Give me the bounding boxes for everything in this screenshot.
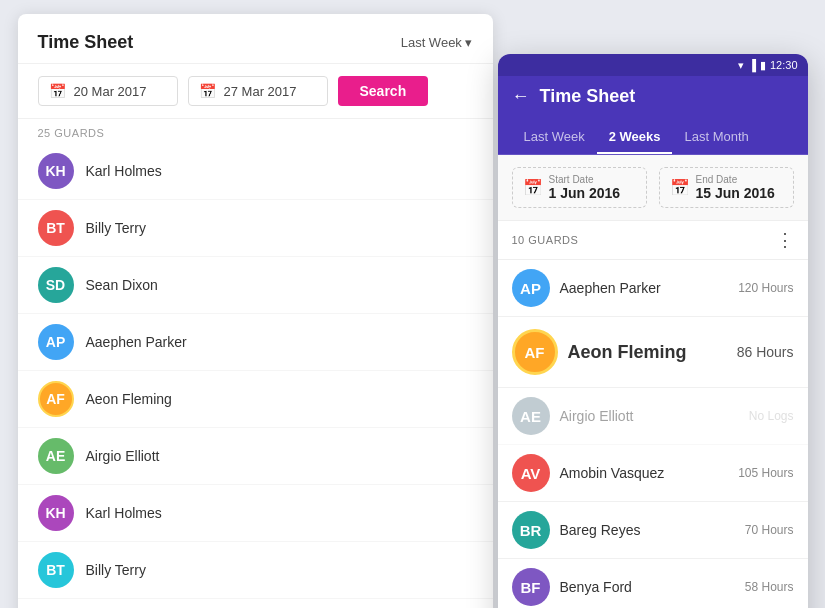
back-button[interactable]: ← bbox=[512, 86, 530, 107]
mobile-tab-last-month[interactable]: Last Month bbox=[672, 121, 760, 154]
mobile-avatar: BR bbox=[512, 511, 550, 549]
mobile-guard-hours: 86 Hours bbox=[737, 344, 794, 360]
mobile-guard-item[interactable]: BR Bareg Reyes 70 Hours bbox=[498, 502, 808, 559]
mobile-tab-2-weeks[interactable]: 2 Weeks bbox=[597, 121, 673, 154]
mobile-avatar: AV bbox=[512, 454, 550, 492]
mobile-card: ▾ ▐ ▮ 12:30 ← Time Sheet Last Week2 Week… bbox=[498, 54, 808, 608]
avatar: AF bbox=[38, 381, 74, 417]
guard-list: KH Karl Holmes BT Billy Terry SD Sean Di… bbox=[18, 143, 493, 608]
signal-icon: ▐ bbox=[748, 59, 756, 71]
avatar: KH bbox=[38, 153, 74, 189]
mobile-avatar: AF bbox=[512, 329, 558, 375]
start-date-label: Start Date bbox=[549, 174, 621, 185]
mobile-tab-last-week[interactable]: Last Week bbox=[512, 121, 597, 154]
desktop-card: Time Sheet Last Week ▾ 📅 20 Mar 2017 📅 2… bbox=[18, 14, 493, 608]
guard-item[interactable]: SD Sean Dixon bbox=[18, 257, 493, 314]
wifi-icon: ▾ bbox=[738, 59, 744, 72]
period-dropdown[interactable]: Last Week ▾ bbox=[401, 35, 473, 50]
calendar-to-icon: 📅 bbox=[199, 83, 216, 99]
mobile-guard-hours: 105 Hours bbox=[738, 466, 793, 480]
battery-icon: ▮ bbox=[760, 59, 766, 72]
guard-name: Aaephen Parker bbox=[86, 334, 187, 350]
mobile-guards-header: 10 GUARDS ⋮ bbox=[498, 221, 808, 260]
date-to-value: 27 Mar 2017 bbox=[224, 84, 297, 99]
guard-item[interactable]: KH Karl Holmes bbox=[18, 143, 493, 200]
mobile-tabs: Last Week2 WeeksLast Month bbox=[498, 121, 808, 155]
time-display: 12:30 bbox=[770, 59, 798, 71]
guard-name: Airgio Elliott bbox=[86, 448, 160, 464]
mobile-guard-name: Aaephen Parker bbox=[560, 280, 729, 296]
avatar: AP bbox=[38, 324, 74, 360]
guard-name: Karl Holmes bbox=[86, 505, 162, 521]
search-button[interactable]: Search bbox=[338, 76, 429, 106]
end-date-value: 15 Jun 2016 bbox=[696, 185, 775, 201]
mobile-guard-hours: 120 Hours bbox=[738, 281, 793, 295]
mobile-guard-item[interactable]: BF Benya Ford 58 Hours bbox=[498, 559, 808, 608]
avatar: BT bbox=[38, 552, 74, 588]
end-date-calendar-icon: 📅 bbox=[670, 178, 690, 197]
date-from-input[interactable]: 📅 20 Mar 2017 bbox=[38, 76, 178, 106]
end-date-label: End Date bbox=[696, 174, 775, 185]
mobile-guard-item[interactable]: AE Airgio Elliott No Logs bbox=[498, 388, 808, 445]
more-options-button[interactable]: ⋮ bbox=[776, 229, 794, 251]
date-from-value: 20 Mar 2017 bbox=[74, 84, 147, 99]
guard-item[interactable]: KH Karl Holmes bbox=[18, 485, 493, 542]
mobile-guard-name: Aeon Fleming bbox=[568, 342, 727, 363]
mobile-avatar: AE bbox=[512, 397, 550, 435]
guard-item[interactable]: BT Billy Terry bbox=[18, 542, 493, 599]
guard-item[interactable]: AP Aaephen Parker bbox=[18, 314, 493, 371]
avatar: AE bbox=[38, 438, 74, 474]
desktop-filters: 📅 20 Mar 2017 📅 27 Mar 2017 Search bbox=[18, 64, 493, 119]
mobile-guard-hours: No Logs bbox=[749, 409, 794, 423]
start-date-value: 1 Jun 2016 bbox=[549, 185, 621, 201]
avatar: BT bbox=[38, 210, 74, 246]
mobile-avatar: AP bbox=[512, 269, 550, 307]
guard-name: Sean Dixon bbox=[86, 277, 158, 293]
mobile-guard-list: AP Aaephen Parker 120 Hours AF Aeon Flem… bbox=[498, 260, 808, 608]
guard-name: Aeon Fleming bbox=[86, 391, 172, 407]
mobile-dates: 📅 Start Date 1 Jun 2016 📅 End Date 15 Ju… bbox=[498, 155, 808, 221]
calendar-from-icon: 📅 bbox=[49, 83, 66, 99]
guard-name: Billy Terry bbox=[86, 562, 146, 578]
status-bar: ▾ ▐ ▮ 12:30 bbox=[498, 54, 808, 76]
guard-name: Billy Terry bbox=[86, 220, 146, 236]
mobile-header: ← Time Sheet bbox=[498, 76, 808, 121]
guard-name: Karl Holmes bbox=[86, 163, 162, 179]
start-date-calendar-icon: 📅 bbox=[523, 178, 543, 197]
mobile-guard-item[interactable]: AV Amobin Vasquez 105 Hours bbox=[498, 445, 808, 502]
guards-count-label: 25 GUARDS bbox=[18, 119, 493, 143]
guard-item[interactable]: AF Aeon Fleming bbox=[18, 371, 493, 428]
guard-item[interactable]: BT Billy Terry bbox=[18, 200, 493, 257]
mobile-guards-count: 10 GUARDS bbox=[512, 234, 579, 246]
mobile-guard-hours: 58 Hours bbox=[745, 580, 794, 594]
avatar: SD bbox=[38, 267, 74, 303]
guard-item[interactable]: SD Sean Dixon bbox=[18, 599, 493, 608]
desktop-title: Time Sheet bbox=[38, 32, 389, 53]
mobile-guard-name: Amobin Vasquez bbox=[560, 465, 729, 481]
mobile-guard-hours: 70 Hours bbox=[745, 523, 794, 537]
desktop-header: Time Sheet Last Week ▾ bbox=[18, 14, 493, 64]
scene: Time Sheet Last Week ▾ 📅 20 Mar 2017 📅 2… bbox=[18, 14, 808, 594]
mobile-guard-name: Airgio Elliott bbox=[560, 408, 739, 424]
mobile-title: Time Sheet bbox=[540, 86, 636, 107]
mobile-guard-item[interactable]: AP Aaephen Parker 120 Hours bbox=[498, 260, 808, 317]
mobile-guard-name: Bareg Reyes bbox=[560, 522, 735, 538]
avatar: KH bbox=[38, 495, 74, 531]
date-to-input[interactable]: 📅 27 Mar 2017 bbox=[188, 76, 328, 106]
start-date-box[interactable]: 📅 Start Date 1 Jun 2016 bbox=[512, 167, 647, 208]
guard-item[interactable]: AE Airgio Elliott bbox=[18, 428, 493, 485]
end-date-box[interactable]: 📅 End Date 15 Jun 2016 bbox=[659, 167, 794, 208]
mobile-guard-item[interactable]: AF Aeon Fleming 86 Hours bbox=[498, 317, 808, 388]
mobile-guard-name: Benya Ford bbox=[560, 579, 735, 595]
mobile-avatar: BF bbox=[512, 568, 550, 606]
